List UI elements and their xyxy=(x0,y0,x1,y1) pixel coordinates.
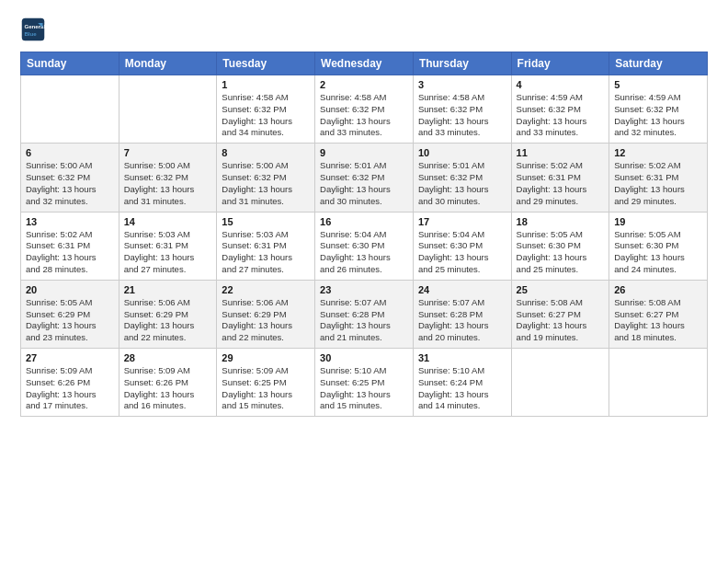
calendar-cell: 10Sunrise: 5:01 AM Sunset: 6:32 PM Dayli… xyxy=(413,144,511,212)
day-detail: Sunrise: 5:03 AM Sunset: 6:31 PM Dayligh… xyxy=(222,229,310,276)
day-detail: Sunrise: 5:07 AM Sunset: 6:28 PM Dayligh… xyxy=(418,297,506,344)
calendar-table: SundayMondayTuesdayWednesdayThursdayFrid… xyxy=(20,52,708,417)
day-number: 17 xyxy=(418,216,506,227)
day-number: 1 xyxy=(222,79,310,90)
day-detail: Sunrise: 5:01 AM Sunset: 6:32 PM Dayligh… xyxy=(320,160,408,207)
day-detail: Sunrise: 4:59 AM Sunset: 6:32 PM Dayligh… xyxy=(614,92,702,139)
day-number: 28 xyxy=(124,352,212,363)
day-number: 13 xyxy=(26,216,114,227)
calendar-cell: 20Sunrise: 5:05 AM Sunset: 6:29 PM Dayli… xyxy=(21,280,119,348)
calendar-cell xyxy=(119,75,217,144)
day-number: 6 xyxy=(26,147,114,158)
day-number: 22 xyxy=(222,284,310,295)
calendar-cell: 4Sunrise: 4:59 AM Sunset: 6:32 PM Daylig… xyxy=(511,75,609,144)
calendar-cell: 6Sunrise: 5:00 AM Sunset: 6:32 PM Daylig… xyxy=(21,144,119,212)
day-number: 9 xyxy=(320,147,408,158)
day-detail: Sunrise: 5:00 AM Sunset: 6:32 PM Dayligh… xyxy=(124,160,212,207)
logo-icon: General Blue xyxy=(20,17,46,42)
calendar-cell: 31Sunrise: 5:10 AM Sunset: 6:24 PM Dayli… xyxy=(413,349,511,417)
calendar-cell: 12Sunrise: 5:02 AM Sunset: 6:31 PM Dayli… xyxy=(609,144,708,212)
calendar-week-5: 27Sunrise: 5:09 AM Sunset: 6:26 PM Dayli… xyxy=(21,349,708,417)
day-detail: Sunrise: 5:02 AM Sunset: 6:31 PM Dayligh… xyxy=(26,229,114,276)
calendar-cell: 21Sunrise: 5:06 AM Sunset: 6:29 PM Dayli… xyxy=(119,280,217,348)
day-detail: Sunrise: 5:05 AM Sunset: 6:29 PM Dayligh… xyxy=(26,297,114,344)
calendar-cell: 28Sunrise: 5:09 AM Sunset: 6:26 PM Dayli… xyxy=(119,349,217,417)
day-detail: Sunrise: 5:02 AM Sunset: 6:31 PM Dayligh… xyxy=(614,160,702,207)
day-detail: Sunrise: 5:09 AM Sunset: 6:26 PM Dayligh… xyxy=(124,365,212,412)
calendar-cell: 14Sunrise: 5:03 AM Sunset: 6:31 PM Dayli… xyxy=(119,212,217,280)
day-number: 19 xyxy=(614,216,702,227)
day-detail: Sunrise: 5:04 AM Sunset: 6:30 PM Dayligh… xyxy=(418,229,506,276)
day-detail: Sunrise: 5:08 AM Sunset: 6:27 PM Dayligh… xyxy=(517,297,605,344)
calendar-cell: 3Sunrise: 4:58 AM Sunset: 6:32 PM Daylig… xyxy=(413,75,511,144)
calendar-cell xyxy=(511,349,609,417)
day-number: 8 xyxy=(222,147,310,158)
calendar-header-thursday: Thursday xyxy=(413,52,511,75)
calendar-cell: 23Sunrise: 5:07 AM Sunset: 6:28 PM Dayli… xyxy=(315,280,414,348)
calendar-cell: 2Sunrise: 4:58 AM Sunset: 6:32 PM Daylig… xyxy=(315,75,414,144)
calendar-header-row: SundayMondayTuesdayWednesdayThursdayFrid… xyxy=(21,52,708,75)
calendar-cell: 16Sunrise: 5:04 AM Sunset: 6:30 PM Dayli… xyxy=(315,212,414,280)
day-detail: Sunrise: 5:00 AM Sunset: 6:32 PM Dayligh… xyxy=(222,160,310,207)
calendar-cell: 9Sunrise: 5:01 AM Sunset: 6:32 PM Daylig… xyxy=(315,144,414,212)
calendar-header-wednesday: Wednesday xyxy=(315,52,414,75)
day-detail: Sunrise: 5:00 AM Sunset: 6:32 PM Dayligh… xyxy=(26,160,114,207)
day-number: 3 xyxy=(418,79,506,90)
calendar-cell: 18Sunrise: 5:05 AM Sunset: 6:30 PM Dayli… xyxy=(511,212,609,280)
calendar-cell xyxy=(21,75,119,144)
calendar-cell: 26Sunrise: 5:08 AM Sunset: 6:27 PM Dayli… xyxy=(609,280,708,348)
day-number: 15 xyxy=(222,216,310,227)
calendar-cell: 27Sunrise: 5:09 AM Sunset: 6:26 PM Dayli… xyxy=(21,349,119,417)
day-number: 7 xyxy=(124,147,212,158)
day-detail: Sunrise: 4:58 AM Sunset: 6:32 PM Dayligh… xyxy=(222,92,310,139)
day-number: 12 xyxy=(614,147,702,158)
day-number: 27 xyxy=(26,352,114,363)
day-number: 23 xyxy=(320,284,408,295)
calendar-header-saturday: Saturday xyxy=(609,52,708,75)
day-number: 26 xyxy=(614,284,702,295)
day-number: 18 xyxy=(517,216,605,227)
calendar-week-1: 1Sunrise: 4:58 AM Sunset: 6:32 PM Daylig… xyxy=(21,75,708,144)
header: General Blue xyxy=(20,17,708,42)
calendar-cell: 8Sunrise: 5:00 AM Sunset: 6:32 PM Daylig… xyxy=(217,144,315,212)
day-detail: Sunrise: 4:58 AM Sunset: 6:32 PM Dayligh… xyxy=(418,92,506,139)
day-number: 16 xyxy=(320,216,408,227)
calendar-header-monday: Monday xyxy=(119,52,217,75)
day-detail: Sunrise: 5:09 AM Sunset: 6:26 PM Dayligh… xyxy=(26,365,114,412)
calendar-week-3: 13Sunrise: 5:02 AM Sunset: 6:31 PM Dayli… xyxy=(21,212,708,280)
day-number: 2 xyxy=(320,79,408,90)
calendar-cell: 19Sunrise: 5:05 AM Sunset: 6:30 PM Dayli… xyxy=(609,212,708,280)
calendar-cell xyxy=(609,349,708,417)
day-detail: Sunrise: 5:02 AM Sunset: 6:31 PM Dayligh… xyxy=(517,160,605,207)
calendar-cell: 15Sunrise: 5:03 AM Sunset: 6:31 PM Dayli… xyxy=(217,212,315,280)
calendar-cell: 24Sunrise: 5:07 AM Sunset: 6:28 PM Dayli… xyxy=(413,280,511,348)
day-detail: Sunrise: 5:10 AM Sunset: 6:25 PM Dayligh… xyxy=(320,365,408,412)
day-detail: Sunrise: 5:06 AM Sunset: 6:29 PM Dayligh… xyxy=(124,297,212,344)
calendar-cell: 30Sunrise: 5:10 AM Sunset: 6:25 PM Dayli… xyxy=(315,349,414,417)
calendar-cell: 1Sunrise: 4:58 AM Sunset: 6:32 PM Daylig… xyxy=(217,75,315,144)
calendar-week-4: 20Sunrise: 5:05 AM Sunset: 6:29 PM Dayli… xyxy=(21,280,708,348)
calendar-cell: 29Sunrise: 5:09 AM Sunset: 6:25 PM Dayli… xyxy=(217,349,315,417)
day-number: 24 xyxy=(418,284,506,295)
calendar-cell: 5Sunrise: 4:59 AM Sunset: 6:32 PM Daylig… xyxy=(609,75,708,144)
day-number: 11 xyxy=(517,147,605,158)
calendar-header-tuesday: Tuesday xyxy=(217,52,315,75)
day-detail: Sunrise: 5:07 AM Sunset: 6:28 PM Dayligh… xyxy=(320,297,408,344)
day-number: 20 xyxy=(26,284,114,295)
svg-text:Blue: Blue xyxy=(24,30,37,37)
calendar-cell: 17Sunrise: 5:04 AM Sunset: 6:30 PM Dayli… xyxy=(413,212,511,280)
day-detail: Sunrise: 5:09 AM Sunset: 6:25 PM Dayligh… xyxy=(222,365,310,412)
logo: General Blue xyxy=(20,17,50,42)
day-detail: Sunrise: 5:06 AM Sunset: 6:29 PM Dayligh… xyxy=(222,297,310,344)
day-detail: Sunrise: 5:08 AM Sunset: 6:27 PM Dayligh… xyxy=(614,297,702,344)
day-detail: Sunrise: 5:05 AM Sunset: 6:30 PM Dayligh… xyxy=(517,229,605,276)
day-detail: Sunrise: 5:01 AM Sunset: 6:32 PM Dayligh… xyxy=(418,160,506,207)
day-number: 31 xyxy=(418,352,506,363)
day-number: 5 xyxy=(614,79,702,90)
day-detail: Sunrise: 5:10 AM Sunset: 6:24 PM Dayligh… xyxy=(418,365,506,412)
calendar-cell: 22Sunrise: 5:06 AM Sunset: 6:29 PM Dayli… xyxy=(217,280,315,348)
day-detail: Sunrise: 5:04 AM Sunset: 6:30 PM Dayligh… xyxy=(320,229,408,276)
day-number: 10 xyxy=(418,147,506,158)
day-detail: Sunrise: 5:03 AM Sunset: 6:31 PM Dayligh… xyxy=(124,229,212,276)
day-number: 30 xyxy=(320,352,408,363)
